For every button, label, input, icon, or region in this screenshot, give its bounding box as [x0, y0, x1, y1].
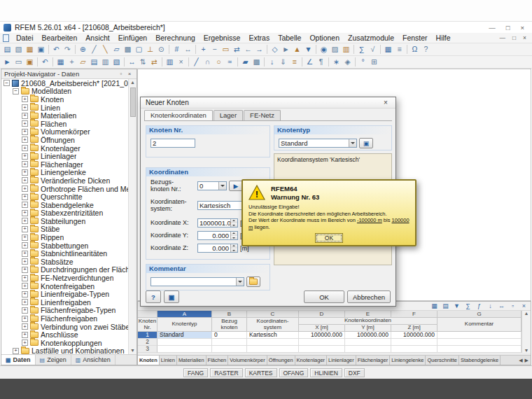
cell-knotentyp[interactable]: [158, 339, 212, 346]
navigator-icon[interactable]: ≡: [394, 44, 405, 55]
expand-icon[interactable]: [22, 275, 28, 281]
zoom-window-icon[interactable]: ▭: [220, 44, 231, 55]
table-tab[interactable]: Flächen: [206, 356, 229, 365]
cell-kommentar[interactable]: [438, 346, 522, 353]
table-tab[interactable]: Stabendgelenke: [459, 356, 500, 365]
tree-item[interactable]: Flächenfreigabe-Typen: [1, 307, 128, 315]
new-support-icon[interactable]: ⊥: [145, 44, 155, 55]
header-knotentyp[interactable]: Knotentyp: [158, 318, 212, 332]
table-tab[interactable]: Knoten: [138, 356, 160, 365]
comment-browse-button[interactable]: [246, 276, 260, 287]
dimension-icon[interactable]: ↔: [183, 44, 193, 55]
table-tab[interactable]: Materialien: [177, 356, 206, 365]
reference-node-select[interactable]: 0: [197, 181, 227, 190]
table-view-icon[interactable]: ▦: [430, 302, 439, 310]
tabs-scroll-right-icon[interactable]: ▶: [525, 358, 528, 363]
save-icon[interactable]: ▦: [24, 44, 35, 55]
draw-line-icon[interactable]: ╱: [191, 57, 202, 67]
expand-icon[interactable]: [22, 316, 28, 322]
coordinate-x-input[interactable]: 1000001.000: [197, 218, 238, 227]
pan-icon[interactable]: ⇄: [232, 44, 242, 55]
ok-button[interactable]: OK: [304, 290, 344, 303]
sum-icon[interactable]: ∑: [463, 302, 472, 310]
header-kommentar[interactable]: Kommentar: [438, 318, 522, 332]
table-row[interactable]: 1 Standard 0 Kartesisch 100000.000 10000…: [138, 332, 522, 339]
select-window-icon[interactable]: ▭: [13, 57, 24, 67]
row-header[interactable]: 1: [138, 332, 158, 339]
navigator-tab[interactable]: ▤ Zeigen: [36, 355, 71, 365]
header-koordinatensystem[interactable]: Koordinaten-system: [247, 318, 299, 332]
tree-item[interactable]: Stäbe: [1, 225, 128, 234]
spinner-buttons[interactable]: [230, 232, 237, 239]
header-y[interactable]: Y [m]: [345, 325, 391, 332]
expand-icon[interactable]: [22, 177, 28, 183]
expand-icon[interactable]: [22, 226, 28, 232]
column-letter[interactable]: C: [247, 311, 299, 318]
select-special-icon[interactable]: ▣: [24, 57, 35, 67]
column-letter[interactable]: F: [391, 311, 438, 318]
fit-columns-icon[interactable]: ↔: [497, 302, 506, 310]
cell-kommentar[interactable]: [438, 332, 522, 339]
menu-item[interactable]: Hilfe: [432, 34, 455, 42]
node-type-select[interactable]: Standard: [279, 139, 357, 148]
calculate-icon[interactable]: ∑: [356, 44, 367, 55]
plane-xy-icon[interactable]: ▤: [89, 57, 99, 67]
export-icon[interactable]: ↓: [486, 302, 495, 310]
partial-view-icon[interactable]: ▨: [330, 44, 340, 55]
units-icon[interactable]: °: [358, 57, 368, 67]
column-letter[interactable]: B: [212, 311, 247, 318]
coordinate-y-input[interactable]: 0.000: [197, 231, 238, 240]
scroll-up-icon[interactable]: ▲: [524, 311, 529, 316]
table-row[interactable]: 2: [138, 339, 522, 346]
cell-koordinatensystem[interactable]: Kartesisch: [247, 332, 299, 339]
spinner-buttons[interactable]: [230, 244, 237, 252]
tree-item[interactable]: Veränderliche Dicken: [1, 176, 128, 185]
menu-item[interactable]: Fenster: [398, 34, 432, 42]
tree-item[interactable]: Querschnitte: [1, 192, 128, 201]
expand-icon[interactable]: [22, 136, 28, 143]
expand-icon[interactable]: [22, 161, 28, 167]
tree-item[interactable]: Stabsätze: [1, 258, 128, 266]
menu-item[interactable]: Berechnung: [151, 34, 200, 42]
chevron-down-icon[interactable]: [236, 278, 244, 286]
cell-koordinatensystem[interactable]: [247, 346, 299, 353]
menu-item[interactable]: Einfügen: [114, 34, 151, 42]
cell-x[interactable]: [299, 339, 345, 346]
tree-item[interactable]: Stabbettungen: [1, 241, 128, 250]
table-tab[interactable]: Querschnitte: [426, 356, 459, 365]
cell-z[interactable]: 100000.000: [391, 332, 438, 339]
expand-icon[interactable]: [22, 251, 28, 257]
column-letter[interactable]: D: [299, 311, 345, 318]
new-opening-icon[interactable]: ▢: [134, 44, 144, 55]
document-icon[interactable]: [3, 34, 9, 42]
cell-y[interactable]: 100000.000: [345, 332, 391, 339]
tree-item[interactable]: Stabendgelenke: [1, 201, 128, 209]
scroll-thumb[interactable]: [130, 88, 136, 117]
menu-item[interactable]: Zusatzmodule: [344, 34, 398, 42]
menu-item[interactable]: Extras: [244, 34, 274, 42]
menu-item[interactable]: Datei: [12, 34, 38, 42]
tabs-scroll-left-icon[interactable]: ◀: [519, 358, 522, 363]
snap-toggle[interactable]: HLINIEN: [310, 368, 342, 377]
expand-icon[interactable]: [22, 120, 28, 127]
expand-icon[interactable]: [22, 332, 28, 338]
table-scrollbar[interactable]: ▲ ▼: [522, 311, 531, 353]
expand-icon[interactable]: [22, 194, 28, 200]
close-icon[interactable]: ×: [520, 24, 524, 31]
column-letter[interactable]: E: [345, 311, 391, 318]
new-line-icon[interactable]: ╱: [89, 44, 99, 55]
cell-knotentyp[interactable]: [158, 346, 212, 353]
visibility-icon[interactable]: ◉: [318, 44, 329, 55]
close-icon[interactable]: ×: [125, 71, 134, 77]
expand-icon[interactable]: [22, 234, 28, 241]
zoom-out-icon[interactable]: −: [209, 44, 220, 55]
tree-item[interactable]: Knoten: [1, 95, 128, 104]
table-tab[interactable]: Volumenkörper: [228, 356, 267, 365]
mdi-close-icon[interactable]: ×: [523, 34, 526, 41]
collapse-icon[interactable]: [13, 88, 19, 94]
expand-icon[interactable]: [22, 299, 28, 305]
scroll-down-icon[interactable]: ▼: [524, 348, 529, 353]
maximize-icon[interactable]: □: [506, 24, 510, 31]
filter-icon[interactable]: ▼: [452, 302, 461, 310]
pin-icon[interactable]: ▫: [508, 302, 517, 310]
